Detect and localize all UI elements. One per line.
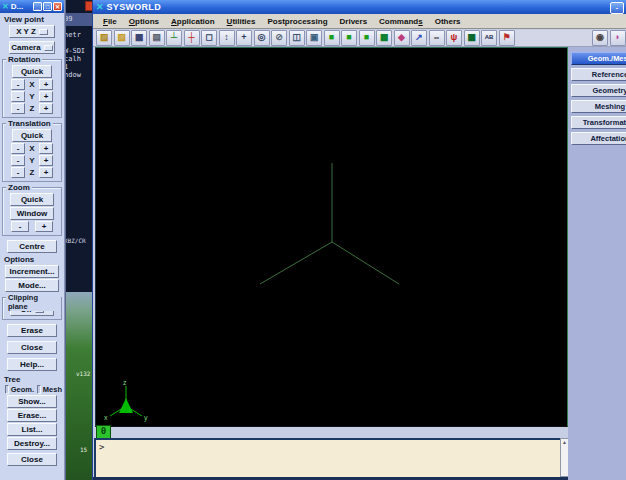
menu-utilities[interactable]: Utilities	[221, 17, 262, 26]
tree-close-button[interactable]: Close	[7, 453, 57, 466]
tree-label: Tree	[4, 375, 64, 384]
tree-icon[interactable]: ψ	[446, 30, 462, 46]
cube-2-icon[interactable]: ■	[341, 30, 357, 46]
app-logo-icon: ✕	[2, 3, 9, 11]
rotation-x-plus-button[interactable]: +	[39, 79, 53, 90]
svg-text:x: x	[104, 414, 108, 421]
camera-icon[interactable]: ◉	[592, 30, 608, 46]
xyz-viewpoint-button[interactable]: X Y Z	[9, 25, 55, 38]
rotation-group: Rotation Quick -X+ -Y+ -Z+	[2, 59, 62, 118]
menu-file[interactable]: File	[97, 17, 123, 26]
translation-x-plus-button[interactable]: +	[39, 143, 53, 154]
viewpoint-palette: ✕ D... _ □ ✕ View point X Y Z Camera Rot…	[0, 0, 65, 480]
menu-others[interactable]: Others	[429, 17, 467, 26]
cube-1-icon[interactable]: ■	[324, 30, 340, 46]
scroll-up-icon[interactable]: ▲	[561, 439, 568, 446]
axes-wireframe	[96, 48, 567, 426]
erase-view-icon[interactable]: ⊘	[271, 30, 287, 46]
mode-button[interactable]: Mode...	[5, 279, 59, 292]
menu-postprocessing[interactable]: Postprocessing	[262, 17, 334, 26]
rotation-y-plus-button[interactable]: +	[39, 91, 53, 102]
translation-z-plus-button[interactable]: +	[39, 167, 53, 178]
rotation-y-minus-button[interactable]: -	[11, 91, 25, 102]
rotation-x-minus-button[interactable]: -	[11, 79, 25, 90]
sidebar-button-affectation[interactable]: Affectation	[571, 132, 626, 145]
clipping-plane-group: Clipping plane Off	[2, 297, 62, 320]
label-ab-icon[interactable]: AB	[481, 30, 497, 46]
copy-window-icon[interactable]: ◫	[289, 30, 305, 46]
increment-button[interactable]: Increment...	[5, 265, 59, 278]
palette-close-icon[interactable]: ✕	[53, 2, 62, 11]
zoom-window-button[interactable]: Window	[10, 207, 54, 220]
background-terminal-window: 09 netr W-SDI calh 1 ndow XBZ/CR v132 15	[62, 0, 93, 480]
rotate-view-icon[interactable]: ↕	[219, 30, 235, 46]
sidebar-button-meshing[interactable]: Meshing	[571, 100, 626, 113]
open-file-icon[interactable]: ▨	[96, 30, 112, 46]
option-menu-icon	[39, 29, 48, 35]
menu-options[interactable]: Options	[123, 17, 165, 26]
rotation-quick-button[interactable]: Quick	[12, 65, 52, 78]
zoom-group: Zoom Quick Window -+	[2, 187, 62, 236]
translation-z-minus-button[interactable]: -	[11, 167, 25, 178]
palette-maximize-button[interactable]: □	[43, 2, 52, 11]
close-button[interactable]: Close	[7, 341, 57, 354]
minimize-button[interactable]: -	[610, 2, 624, 14]
translation-quick-button[interactable]: Quick	[12, 129, 52, 142]
fit-view-icon[interactable]: ◻	[201, 30, 217, 46]
new-window-icon[interactable]: ▣	[306, 30, 322, 46]
centre-button[interactable]: Centre	[7, 240, 57, 253]
tree-destroy-button[interactable]: Destroy...	[7, 437, 57, 450]
camera-button[interactable]: Camera	[9, 41, 55, 54]
glasses-icon[interactable]: ∞	[429, 30, 445, 46]
svg-text:y: y	[144, 414, 148, 422]
menu-application[interactable]: Application	[165, 17, 221, 26]
flag-icon[interactable]: ⚑	[499, 30, 515, 46]
palette-icon[interactable]: ◗	[610, 30, 626, 46]
translation-y-minus-button[interactable]: -	[11, 155, 25, 166]
app-logo-icon: ✕	[96, 3, 104, 12]
rotation-z-plus-button[interactable]: +	[39, 103, 53, 114]
menu-commands[interactable]: Commands	[373, 17, 429, 26]
command-console[interactable]: >	[94, 438, 562, 479]
pan-view-icon[interactable]: +	[236, 30, 252, 46]
zoom-minus-button[interactable]: -	[11, 221, 29, 232]
geom-checkbox[interactable]	[5, 385, 9, 394]
palette-minimize-button[interactable]: _	[33, 2, 42, 11]
menu-drivers[interactable]: Drivers	[334, 17, 374, 26]
window-titlebar[interactable]: ✕ SYSWORLD -	[93, 0, 626, 14]
wallpaper-text: 15	[80, 446, 87, 453]
save-icon[interactable]: ▦	[131, 30, 147, 46]
terminal-text: 09	[64, 15, 72, 23]
tools-icon[interactable]: ◆	[394, 30, 410, 46]
tree-show-button[interactable]: Show...	[7, 395, 57, 408]
tree-list-button[interactable]: List...	[7, 423, 57, 436]
sysworld-window: ✕ SYSWORLD - File Options Application Ut…	[92, 0, 626, 480]
options-label: Options	[4, 255, 64, 264]
mesh-grid-icon[interactable]: ▦	[464, 30, 480, 46]
erase-button[interactable]: Erase	[7, 324, 57, 337]
zoom-quick-button[interactable]: Quick	[10, 193, 54, 206]
translation-y-plus-button[interactable]: +	[39, 155, 53, 166]
zoom-view-icon[interactable]: ◎	[254, 30, 270, 46]
terminal-text: W-SDI	[64, 47, 85, 55]
mesh-cube-icon[interactable]: ▦	[376, 30, 392, 46]
palette-titlebar[interactable]: ✕ D... _ □ ✕	[0, 0, 64, 13]
sidebar-button-reference[interactable]: Reference	[571, 68, 626, 81]
axes-color-icon[interactable]: ┼	[184, 30, 200, 46]
sidebar-button-geometry[interactable]: Geometry	[571, 84, 626, 97]
graphics-viewport[interactable]: z x y	[95, 47, 568, 427]
sidebar-button-geom-mesh[interactable]: Geom./Mesh	[571, 52, 626, 65]
sidebar-button-transformation[interactable]: Transformation	[571, 116, 626, 129]
chart-icon[interactable]: ↗	[411, 30, 427, 46]
translation-x-minus-button[interactable]: -	[11, 143, 25, 154]
mesh-checkbox[interactable]	[37, 385, 41, 394]
cube-3-icon[interactable]: ■	[359, 30, 375, 46]
axes-green-icon[interactable]: ┴	[166, 30, 182, 46]
help-button[interactable]: Help...	[7, 358, 57, 371]
status-badge: 0	[96, 425, 111, 439]
tree-erase-button[interactable]: Erase...	[7, 409, 57, 422]
rotation-z-minus-button[interactable]: -	[11, 103, 25, 114]
zoom-plus-button[interactable]: +	[35, 221, 53, 232]
import-file-icon[interactable]: ▨	[114, 30, 130, 46]
print-icon[interactable]: ▤	[149, 30, 165, 46]
